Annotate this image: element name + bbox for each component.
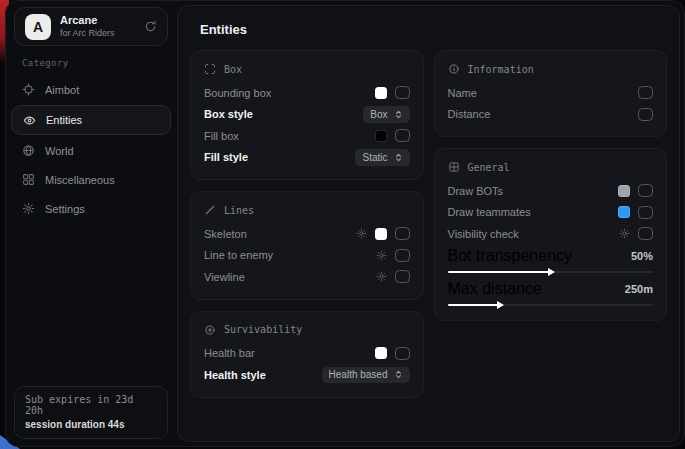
app-window: A Arcane for Arc Riders Category Aimbot (5, 0, 685, 447)
bounding-box-color-swatch[interactable] (375, 87, 387, 99)
panel-box-title: Box (224, 64, 242, 75)
setting-row-health-style: Health style Health based (204, 364, 410, 386)
sidebar-item-aimbot[interactable]: Aimbot (6, 75, 176, 104)
viewline-label: Viewline (204, 271, 245, 283)
app-subtitle: for Arc Riders (60, 28, 115, 39)
left-column: Box Bounding box Box style Box (190, 50, 424, 398)
panel-survivability-title: Survivability (224, 324, 302, 335)
globe-icon (22, 144, 35, 157)
panel-lines: Lines Skeleton (190, 191, 424, 300)
setting-row-distance: Distance (448, 104, 654, 126)
grid-icon (448, 161, 460, 173)
refresh-icon[interactable] (144, 20, 157, 33)
fill-box-color-swatch[interactable] (375, 130, 387, 142)
sub-expires-text: Sub expires in 23d 20h (25, 394, 157, 416)
draw-bots-checkbox[interactable] (638, 184, 653, 197)
max-distance-value: 250m (625, 283, 653, 295)
main-content: Entities Box Bounding box (177, 5, 680, 442)
viewline-checkbox[interactable] (395, 270, 410, 283)
panel-information: Information Name Distance (434, 50, 668, 137)
draw-teammates-color-swatch[interactable] (618, 206, 630, 218)
eye-icon (23, 114, 36, 127)
info-icon (448, 63, 460, 75)
chevrons-up-down-icon (394, 370, 403, 379)
sidebar-item-label: Aimbot (45, 84, 79, 96)
setting-row-bot-transparency: Bot transpenency 50% (448, 247, 654, 266)
chevrons-up-down-icon (394, 110, 403, 119)
corner-brackets-icon (204, 63, 216, 75)
setting-row-fill-style: Fill style Static (204, 147, 410, 169)
setting-row-viewline: Viewline (204, 266, 410, 288)
name-label: Name (448, 87, 477, 99)
box-style-dropdown[interactable]: Box (363, 106, 409, 123)
setting-row-max-distance: Max distance 250m (448, 280, 654, 299)
max-distance-label: Max distance (448, 280, 542, 298)
draw-bots-label: Draw BOTs (448, 185, 504, 197)
sidebar-item-miscellaneous[interactable]: Miscellaneous (6, 165, 176, 194)
bounding-box-checkbox[interactable] (395, 86, 410, 99)
bounding-box-label: Bounding box (204, 87, 271, 99)
draw-bots-color-swatch[interactable] (618, 185, 630, 197)
fill-style-value: Static (362, 152, 387, 163)
skeleton-color-swatch[interactable] (375, 228, 387, 240)
draw-teammates-checkbox[interactable] (638, 206, 653, 219)
bot-transparency-label: Bot transpenency (448, 247, 573, 265)
setting-row-fill-box: Fill box (204, 125, 410, 147)
fill-style-label: Fill style (204, 151, 248, 163)
distance-checkbox[interactable] (638, 108, 653, 121)
panel-lines-title: Lines (224, 205, 254, 216)
sidebar-nav: Aimbot Entities World (6, 75, 176, 223)
panel-survivability: Survivability Health bar Health style (190, 311, 424, 398)
session-duration-text: session duration 44s (25, 419, 157, 430)
distance-label: Distance (448, 108, 491, 120)
visibility-check-label: Visibility check (448, 228, 519, 240)
fill-box-checkbox[interactable] (395, 129, 410, 142)
health-bar-label: Health bar (204, 347, 255, 359)
panel-general: General Draw BOTs Draw teammates (434, 148, 668, 321)
setting-row-skeleton: Skeleton (204, 223, 410, 245)
draw-teammates-label: Draw teammates (448, 206, 531, 218)
sidebar-item-label: Entities (46, 114, 82, 126)
panel-general-title: General (468, 162, 510, 173)
bot-transparency-value: 50% (631, 250, 653, 262)
gear-icon[interactable] (356, 228, 367, 239)
panel-box: Box Bounding box Box style Box (190, 50, 424, 180)
diagonal-line-icon (204, 204, 216, 216)
name-checkbox[interactable] (638, 86, 653, 99)
health-style-label: Health style (204, 369, 266, 381)
gear-icon[interactable] (376, 271, 387, 282)
sidebar-item-label: Miscellaneous (45, 174, 115, 186)
subscription-card: Sub expires in 23d 20h session duration … (14, 386, 168, 439)
sidebar: A Arcane for Arc Riders Category Aimbot (6, 1, 176, 446)
app-header-card: A Arcane for Arc Riders (14, 7, 168, 46)
gear-icon (22, 202, 35, 215)
setting-row-name: Name (448, 82, 654, 104)
setting-row-visibility-check: Visibility check (448, 223, 654, 245)
visibility-check-checkbox[interactable] (638, 227, 653, 240)
setting-row-box-style: Box style Box (204, 104, 410, 126)
sidebar-item-entities[interactable]: Entities (11, 105, 171, 135)
page-title: Entities (200, 22, 667, 37)
max-distance-slider[interactable] (448, 304, 654, 306)
health-bar-checkbox[interactable] (395, 347, 410, 360)
chevrons-up-down-icon (394, 153, 403, 162)
slider-thumb[interactable] (497, 301, 504, 309)
line-to-enemy-label: Line to enemy (204, 249, 273, 261)
slider-thumb[interactable] (548, 268, 555, 276)
box-style-value: Box (370, 109, 387, 120)
bot-transparency-slider[interactable] (448, 271, 654, 273)
health-style-dropdown[interactable]: Health based (322, 367, 410, 384)
sidebar-item-world[interactable]: World (6, 136, 176, 165)
line-to-enemy-checkbox[interactable] (395, 249, 410, 262)
gear-icon[interactable] (619, 228, 630, 239)
health-bar-color-swatch[interactable] (375, 347, 387, 359)
fill-style-dropdown[interactable]: Static (355, 149, 409, 166)
skeleton-checkbox[interactable] (395, 227, 410, 240)
setting-row-draw-bots: Draw BOTs (448, 180, 654, 202)
box-style-label: Box style (204, 108, 253, 120)
gear-icon[interactable] (376, 250, 387, 261)
setting-row-health-bar: Health bar (204, 343, 410, 365)
sidebar-item-settings[interactable]: Settings (6, 194, 176, 223)
health-style-value: Health based (329, 369, 388, 380)
category-label: Category (22, 58, 176, 68)
